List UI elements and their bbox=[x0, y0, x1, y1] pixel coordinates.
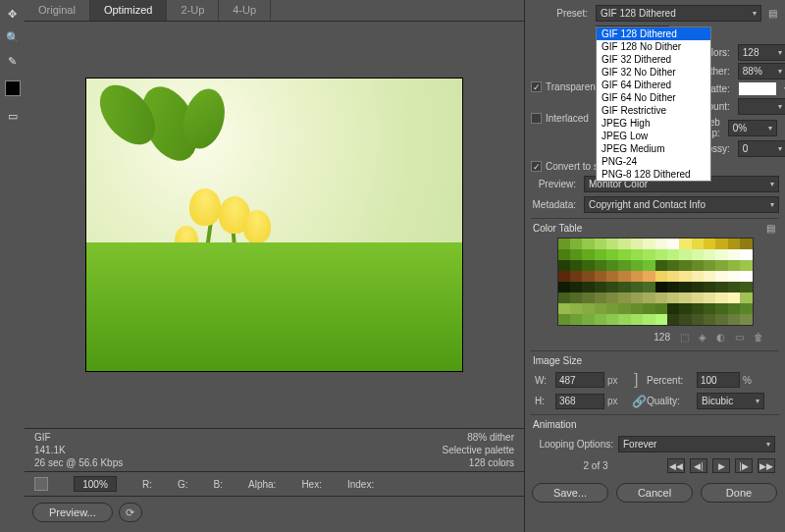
color-swatch[interactable] bbox=[558, 282, 570, 293]
color-swatch[interactable] bbox=[704, 271, 715, 282]
preset-option[interactable]: PNG-8 128 Dithered bbox=[597, 168, 710, 181]
tab-2up[interactable]: 2-Up bbox=[167, 0, 219, 21]
color-swatch[interactable] bbox=[606, 271, 618, 282]
ct-lock-icon[interactable]: ⬚ bbox=[680, 332, 689, 343]
transparency-checkbox[interactable]: ✓ bbox=[531, 81, 542, 92]
hand-tool-icon[interactable]: ✥ bbox=[3, 4, 23, 24]
colors-field[interactable]: 128▾ bbox=[738, 44, 785, 61]
color-swatch[interactable] bbox=[595, 282, 606, 293]
color-swatch[interactable] bbox=[679, 303, 691, 314]
color-swatch[interactable] bbox=[667, 249, 679, 260]
color-swatch[interactable] bbox=[643, 271, 654, 282]
color-swatch[interactable] bbox=[558, 293, 570, 303]
color-table-grid[interactable] bbox=[557, 238, 754, 326]
color-swatch[interactable] bbox=[606, 239, 618, 249]
height-field[interactable] bbox=[555, 394, 604, 409]
color-swatch[interactable] bbox=[582, 271, 594, 282]
hand-grab-icon[interactable] bbox=[34, 477, 48, 491]
color-swatch[interactable] bbox=[643, 314, 654, 325]
color-swatch[interactable] bbox=[667, 293, 679, 303]
color-swatch[interactable] bbox=[740, 249, 752, 260]
color-swatch[interactable] bbox=[570, 271, 582, 282]
color-swatch[interactable] bbox=[618, 260, 630, 271]
preset-option[interactable]: GIF Restrictive bbox=[597, 104, 710, 117]
color-swatch[interactable] bbox=[606, 314, 618, 325]
color-swatch[interactable] bbox=[631, 314, 643, 325]
color-swatch[interactable] bbox=[606, 249, 618, 260]
color-swatch[interactable] bbox=[595, 249, 606, 260]
color-swatch[interactable] bbox=[618, 293, 630, 303]
color-swatch[interactable] bbox=[606, 260, 618, 271]
zoom-tool-icon[interactable]: 🔍 bbox=[3, 27, 23, 47]
preset-option[interactable]: JPEG Low bbox=[597, 130, 710, 142]
color-swatch[interactable] bbox=[595, 239, 606, 249]
color-swatch[interactable] bbox=[740, 293, 752, 303]
color-swatch[interactable] bbox=[740, 303, 752, 314]
preset-option[interactable]: GIF 128 No Dither bbox=[597, 40, 710, 53]
color-swatch[interactable] bbox=[570, 282, 582, 293]
color-swatch[interactable] bbox=[655, 303, 667, 314]
color-swatch[interactable] bbox=[715, 282, 727, 293]
color-swatch[interactable] bbox=[715, 271, 727, 282]
preset-option[interactable]: GIF 32 Dithered bbox=[597, 53, 710, 66]
color-swatch[interactable] bbox=[570, 314, 582, 325]
color-swatch[interactable] bbox=[618, 239, 630, 249]
color-swatch[interactable] bbox=[595, 271, 606, 282]
quality-select[interactable]: Bicubic▾ bbox=[697, 393, 764, 409]
color-swatch[interactable] bbox=[643, 239, 654, 249]
color-swatch[interactable] bbox=[595, 293, 606, 303]
cancel-button[interactable]: Cancel bbox=[616, 483, 693, 503]
link-dimensions-icon[interactable]: 🔗 bbox=[632, 395, 644, 408]
color-swatch[interactable] bbox=[595, 303, 606, 314]
zoom-field[interactable] bbox=[74, 476, 117, 492]
preset-option[interactable]: PNG-24 bbox=[597, 155, 710, 168]
color-swatch[interactable] bbox=[667, 271, 679, 282]
color-swatch[interactable] bbox=[692, 260, 704, 271]
color-swatch[interactable] bbox=[667, 303, 679, 314]
looping-select[interactable]: Forever▾ bbox=[618, 436, 775, 452]
color-swatch[interactable] bbox=[655, 314, 667, 325]
color-swatch[interactable] bbox=[679, 282, 691, 293]
color-swatch[interactable] bbox=[704, 239, 715, 249]
browser-menu-icon[interactable]: ⟳ bbox=[119, 503, 142, 522]
ct-shift-icon[interactable]: ◈ bbox=[699, 332, 706, 343]
color-swatch[interactable] bbox=[740, 314, 752, 325]
color-swatch[interactable] bbox=[655, 282, 667, 293]
color-swatch[interactable] bbox=[606, 282, 618, 293]
color-swatch[interactable] bbox=[728, 314, 740, 325]
color-swatch[interactable] bbox=[704, 282, 715, 293]
slice-select-icon[interactable]: ▭ bbox=[3, 106, 23, 126]
preset-option[interactable]: GIF 64 No Dither bbox=[597, 91, 710, 104]
preset-option[interactable]: GIF 32 No Dither bbox=[597, 66, 710, 79]
color-swatch[interactable] bbox=[692, 293, 704, 303]
srgb-checkbox[interactable]: ✓ bbox=[531, 161, 542, 172]
color-swatch[interactable] bbox=[655, 260, 667, 271]
color-swatch[interactable] bbox=[606, 293, 618, 303]
color-swatch[interactable] bbox=[692, 282, 704, 293]
tab-4up[interactable]: 4-Up bbox=[219, 0, 271, 21]
color-swatch[interactable] bbox=[655, 249, 667, 260]
color-swatch[interactable] bbox=[631, 271, 643, 282]
color-swatch[interactable] bbox=[558, 260, 570, 271]
color-swatch[interactable] bbox=[655, 239, 667, 249]
color-swatch[interactable] bbox=[655, 271, 667, 282]
color-swatch[interactable] bbox=[715, 239, 727, 249]
preset-select[interactable]: GIF 128 Dithered▾ bbox=[596, 5, 761, 22]
color-swatch[interactable] bbox=[631, 249, 643, 260]
color-swatch[interactable] bbox=[715, 303, 727, 314]
color-swatch[interactable] bbox=[570, 303, 582, 314]
color-swatch[interactable] bbox=[643, 260, 654, 271]
color-swatch[interactable] bbox=[643, 249, 654, 260]
color-swatch[interactable] bbox=[679, 239, 691, 249]
color-swatch[interactable] bbox=[618, 249, 630, 260]
color-swatch[interactable] bbox=[715, 260, 727, 271]
color-swatch[interactable] bbox=[606, 303, 618, 314]
color-swatch[interactable] bbox=[631, 239, 643, 249]
color-swatch[interactable] bbox=[728, 239, 740, 249]
preset-option[interactable]: GIF 64 Dithered bbox=[597, 79, 710, 91]
tab-optimized[interactable]: Optimized bbox=[90, 0, 168, 21]
percent-field[interactable] bbox=[697, 372, 740, 388]
color-swatch[interactable] bbox=[631, 260, 643, 271]
color-swatch[interactable] bbox=[667, 239, 679, 249]
color-swatch[interactable] bbox=[558, 239, 570, 249]
